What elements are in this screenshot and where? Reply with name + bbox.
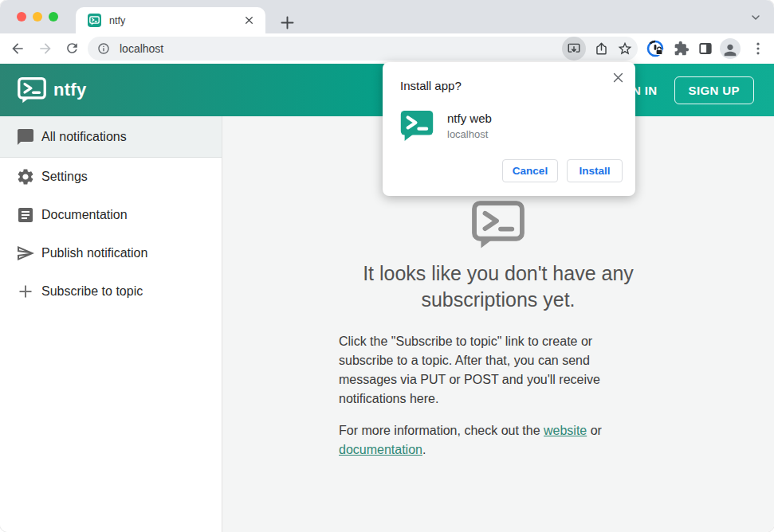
- sidebar-item-label: Settings: [41, 170, 88, 184]
- install-app-button[interactable]: [562, 37, 586, 61]
- ntfy-favicon-icon: [88, 14, 101, 27]
- sidebar-item-label: Documentation: [41, 208, 128, 222]
- dialog-buttons: Cancel Install: [502, 159, 623, 182]
- side-panel-icon[interactable]: [698, 41, 713, 56]
- new-tab-button[interactable]: [277, 12, 298, 33]
- plus-icon: [16, 282, 35, 301]
- address-bar[interactable]: localhost: [88, 37, 638, 61]
- browser-menu-icon[interactable]: [750, 41, 766, 57]
- password-extension-icon[interactable]: [646, 39, 665, 58]
- ntfy-app-icon: [400, 110, 434, 141]
- close-window-button[interactable]: [17, 12, 26, 22]
- sidebar-item-label: All notifications: [41, 130, 127, 144]
- extensions-puzzle-icon[interactable]: [674, 41, 690, 57]
- install-app-dialog: Install app? ntfy web localhost Cancel I…: [383, 62, 635, 196]
- empty-state-links-paragraph: For more information, check out the webs…: [339, 421, 618, 460]
- cancel-button[interactable]: Cancel: [502, 159, 558, 182]
- share-icon[interactable]: [594, 41, 609, 57]
- gear-icon: [16, 167, 35, 186]
- tab-search-chevron-icon[interactable]: [749, 11, 762, 24]
- tab-strip: ntfy: [0, 0, 774, 33]
- empty-state-paragraph: Click the "Subscribe to topic" link to c…: [339, 332, 618, 409]
- window-controls: [17, 12, 58, 22]
- article-icon: [16, 205, 35, 225]
- sidebar-item-label: Subscribe to topic: [41, 284, 143, 299]
- url-text[interactable]: localhost: [120, 42, 562, 55]
- send-icon: [16, 244, 35, 263]
- sidebar-item-label: Publish notification: [41, 246, 147, 260]
- paragraph-text: or: [587, 424, 602, 437]
- paragraph-text: For more information, check out the: [339, 424, 544, 437]
- site-info-icon[interactable]: [97, 42, 110, 55]
- sidebar-item-settings[interactable]: Settings: [0, 158, 222, 196]
- sidebar-item-all-notifications[interactable]: All notifications: [0, 116, 222, 158]
- dialog-app-texts: ntfy web localhost: [447, 110, 492, 141]
- heading-line-2: subscriptions yet.: [421, 288, 575, 311]
- sign-up-button[interactable]: SIGN UP: [674, 76, 754, 104]
- dialog-app-name: ntfy web: [447, 111, 492, 125]
- documentation-link[interactable]: documentation: [339, 443, 422, 456]
- ntfy-terminal-icon: [472, 201, 525, 249]
- website-link[interactable]: website: [544, 424, 587, 437]
- profile-avatar[interactable]: [720, 38, 741, 59]
- tab-close-icon[interactable]: [242, 14, 256, 27]
- heading-line-1: It looks like you don't have any: [363, 262, 634, 284]
- install-desktop-icon: [567, 41, 581, 56]
- ntfy-logo-icon: [18, 77, 46, 104]
- back-button[interactable]: [10, 41, 26, 57]
- empty-state: It looks like you don't have any subscri…: [339, 201, 658, 460]
- empty-state-heading: It looks like you don't have any subscri…: [339, 260, 658, 313]
- zoom-window-button[interactable]: [49, 12, 58, 22]
- minimize-window-button[interactable]: [33, 12, 42, 22]
- sidebar-item-documentation[interactable]: Documentation: [0, 196, 222, 234]
- dialog-app-row: ntfy web localhost: [400, 110, 635, 141]
- browser-toolbar: localhost: [0, 33, 774, 64]
- chat-bubble-icon: [16, 127, 35, 147]
- tab-title: ntfy: [109, 15, 242, 26]
- bookmark-star-icon[interactable]: [617, 41, 633, 57]
- sidebar-item-publish-notification[interactable]: Publish notification: [0, 234, 222, 272]
- paragraph-text: .: [422, 443, 426, 456]
- dialog-title: Install app?: [400, 79, 635, 92]
- browser-window: ntfy localhost: [0, 0, 774, 532]
- person-icon: [721, 41, 739, 59]
- dialog-close-icon[interactable]: [611, 71, 625, 84]
- dialog-app-origin: localhost: [447, 128, 492, 140]
- install-button[interactable]: Install: [567, 159, 623, 182]
- sidebar: All notifications Settings Documentation…: [0, 116, 222, 532]
- sidebar-item-subscribe-to-topic[interactable]: Subscribe to topic: [0, 272, 222, 311]
- reload-button[interactable]: [65, 41, 81, 57]
- brand-title: ntfy: [53, 80, 87, 100]
- forward-button[interactable]: [37, 41, 53, 57]
- browser-tab[interactable]: ntfy: [76, 7, 265, 33]
